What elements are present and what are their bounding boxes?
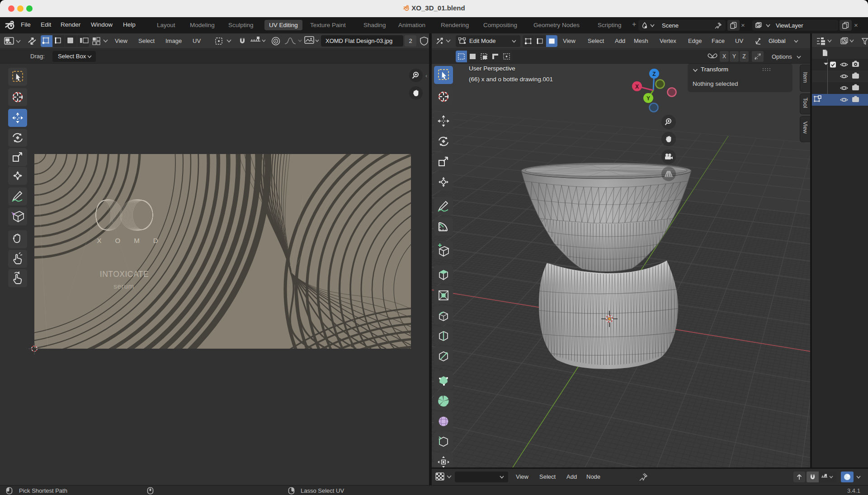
svg-text:XOMD: XOMD xyxy=(97,237,172,244)
svg-text:INTOXICATE: INTOXICATE xyxy=(100,270,149,279)
svg-text:serum: serum xyxy=(113,282,134,290)
svg-text:Z: Z xyxy=(652,71,656,77)
svg-text:X: X xyxy=(635,84,639,90)
svg-text:Y: Y xyxy=(646,95,650,102)
